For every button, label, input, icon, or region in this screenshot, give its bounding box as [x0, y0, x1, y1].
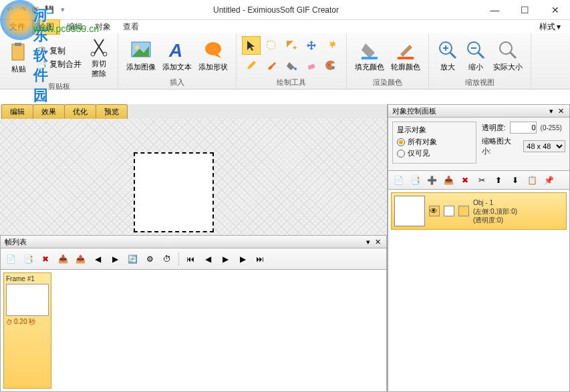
obj-up-icon[interactable]: ⬆	[491, 173, 506, 188]
thumbsize-select[interactable]: 48 x 48	[523, 140, 565, 152]
ribbon-render: 填充颜色 轮廓颜色 渲染颜色	[347, 33, 429, 89]
obj-lock-icon[interactable]	[444, 206, 454, 216]
tool-select[interactable]	[242, 36, 261, 55]
tool-pencil[interactable]	[242, 56, 261, 75]
actual-icon	[497, 39, 519, 61]
tab-preview[interactable]: 预览	[96, 104, 128, 119]
tool-lasso[interactable]	[262, 36, 281, 55]
close-button[interactable]: ✕	[540, 0, 570, 20]
svg-point-5	[135, 45, 139, 49]
qat-undo-icon[interactable]: ↶	[4, 5, 15, 15]
radio-all[interactable]: 所有对象	[397, 136, 472, 148]
frame-right-icon[interactable]: ▶	[108, 252, 122, 266]
obj-import-icon[interactable]: 📥	[441, 173, 456, 188]
obj-vis-icon[interactable]: 👁	[429, 206, 440, 216]
frame-export-icon[interactable]: 📤	[73, 252, 88, 266]
qat-more-icon[interactable]: ▾	[57, 5, 68, 15]
actual-size-button[interactable]: 实际大小	[490, 38, 525, 73]
frame-settings-icon[interactable]: ⚙	[142, 252, 157, 266]
add-text-button[interactable]: A添加文本	[160, 38, 194, 73]
paste-button[interactable]: 粘贴	[5, 40, 32, 75]
paste-icon	[8, 41, 29, 63]
frame-del-icon[interactable]: ✖	[38, 252, 53, 266]
zoom-in-button[interactable]: 放大	[434, 38, 461, 73]
ribbon-zoom: 放大 缩小 实际大小 缩放视图	[429, 33, 531, 89]
obj-sel-icon[interactable]	[458, 206, 469, 216]
obj-paste-icon[interactable]: 📌	[541, 173, 556, 188]
frame-import-icon[interactable]: 📥	[55, 252, 70, 266]
tab-optimize[interactable]: 优化	[64, 104, 96, 119]
obj-down-icon[interactable]: ⬇	[508, 173, 523, 188]
svg-point-11	[328, 64, 330, 66]
obj-del-icon[interactable]: ✖	[458, 173, 472, 188]
tab-effect[interactable]: 效果	[33, 104, 65, 119]
tool-eraser[interactable]	[302, 56, 321, 75]
opacity-input[interactable]	[510, 122, 537, 134]
fill-color-button[interactable]: 填充颜色	[352, 38, 387, 73]
svg-point-9	[294, 67, 297, 70]
minimize-button[interactable]: —	[480, 0, 510, 20]
frame-left-icon[interactable]: ◀	[90, 252, 105, 266]
menu-object[interactable]: 对象	[90, 20, 116, 34]
svg-rect-15	[398, 57, 414, 59]
zoom-out-button[interactable]: 缩小	[462, 38, 489, 73]
copy-icon: 📋	[36, 45, 47, 56]
obj-cut-icon[interactable]: ✂	[474, 173, 489, 188]
obj-new-icon[interactable]: 📄	[391, 173, 406, 188]
menu-edit[interactable]: 编辑	[61, 20, 88, 34]
play-next-icon[interactable]: ▶	[235, 252, 250, 266]
merge-copy-button[interactable]: 📑复制合并	[33, 58, 84, 71]
tool-brush[interactable]	[262, 56, 281, 75]
style-dropdown[interactable]: 样式 ▾	[534, 20, 566, 34]
svg-line-24	[511, 53, 516, 58]
add-image-button[interactable]: 添加图像	[124, 38, 158, 73]
qat-redo-icon[interactable]: ↷	[17, 5, 28, 15]
tool-bucket[interactable]	[282, 56, 301, 75]
framelist-pin-icon[interactable]: ▾	[364, 238, 373, 246]
object-item[interactable]: 👁 Obj - 1 (左侧:0,顶部:0) (透明度:0)	[391, 192, 567, 230]
frame-add-icon[interactable]: 📄	[3, 252, 18, 266]
menu-draw[interactable]: 绘图	[32, 19, 60, 35]
menu-view[interactable]: 查看	[118, 20, 144, 34]
play-play-icon[interactable]: ▶	[218, 252, 233, 266]
obj-thumb	[394, 196, 425, 226]
obj-add-icon[interactable]: ➕	[424, 173, 439, 188]
frame-list: Frame #1 ⏱0.20 秒	[0, 270, 387, 392]
tool-move[interactable]	[302, 36, 321, 55]
qat-open-icon[interactable]: 📂	[31, 5, 41, 15]
copy-button[interactable]: 📋复制	[33, 45, 84, 57]
obj-dup-icon[interactable]: 📑	[408, 173, 422, 188]
qat-save-icon[interactable]: 💾	[44, 5, 55, 15]
frame-dup-icon[interactable]: 📑	[21, 252, 35, 266]
play-last-icon[interactable]: ⏭	[253, 252, 267, 266]
tool-wand[interactable]	[322, 36, 341, 55]
svg-line-17	[450, 53, 456, 58]
radio-visible[interactable]: 仅可见	[397, 148, 472, 159]
menu-file[interactable]: 文件	[4, 20, 31, 34]
obj-copy-icon[interactable]: 📋	[525, 173, 539, 188]
cut-erase-button[interactable]: 剪切擦除	[86, 35, 112, 80]
objpanel-pin-icon[interactable]: ▾	[547, 107, 556, 116]
framelist-close-icon[interactable]: ✕	[373, 238, 382, 246]
svg-rect-14	[362, 57, 378, 59]
frame-refresh-icon[interactable]: 🔄	[125, 252, 140, 266]
play-first-icon[interactable]: ⏮	[183, 252, 198, 266]
image-icon	[130, 39, 152, 61]
zoom-out-icon	[465, 39, 486, 61]
frame-toolbar: 📄 📑 ✖ 📥 📤 ◀ ▶ 🔄 ⚙ ⏱ ⏮ ◀ ▶ ▶ ⏭	[0, 248, 387, 270]
maximize-button[interactable]: ☐	[510, 0, 540, 20]
selected-object[interactable]	[134, 152, 214, 232]
tab-edit[interactable]: 编辑	[1, 104, 33, 119]
tool-palette[interactable]	[322, 56, 341, 75]
objpanel-close-icon[interactable]: ✕	[556, 107, 565, 116]
outline-color-button[interactable]: 轮廓颜色	[388, 38, 423, 73]
ribbon-clipboard: 粘贴 📋复制 📑复制合并 剪切擦除 剪贴板	[0, 33, 118, 89]
play-prev-icon[interactable]: ◀	[200, 252, 215, 266]
quick-access-toolbar: ↶ ↷ 📂 💾 ▾	[0, 5, 72, 15]
canvas[interactable]	[0, 119, 387, 235]
frame-time-icon[interactable]: ⏱	[160, 252, 174, 266]
frame-item[interactable]: Frame #1 ⏱0.20 秒	[3, 272, 51, 389]
tool-arrow-star[interactable]: ✦	[282, 36, 301, 55]
add-shape-button[interactable]: 添加形状	[196, 38, 231, 73]
framelist-header: 帧列表 ▾ ✕	[0, 235, 387, 248]
